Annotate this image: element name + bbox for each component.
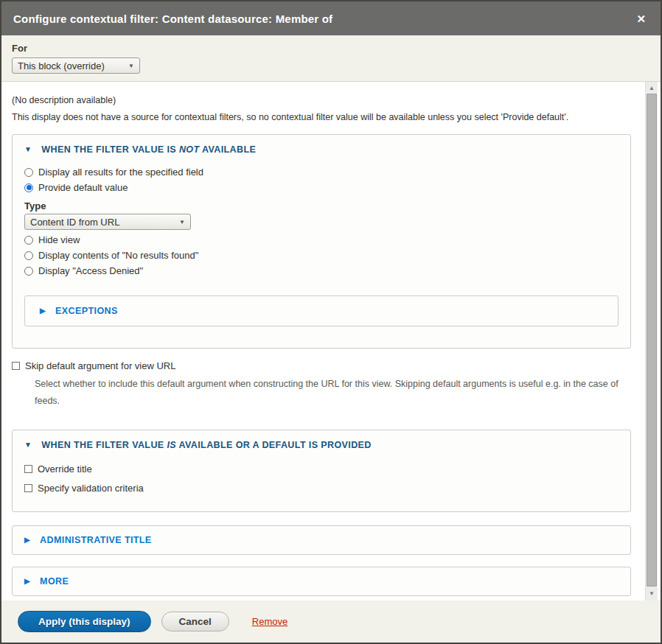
radio-display-no-results[interactable]: Display contents of "No results found" <box>24 250 619 261</box>
checkbox-skip-default-argument[interactable]: Skip default argument for view URL <box>12 360 631 371</box>
collapsed-triangle-icon: ▶ <box>40 307 46 315</box>
no-description-text: (No description available) <box>12 95 631 105</box>
section-available-toggle[interactable]: ▼ WHEN THE FILTER VALUE IS AVAILABLE OR … <box>24 440 619 450</box>
dialog-footer: Apply (this display) Cancel Remove <box>1 601 661 643</box>
dropdown-arrow-icon: ▼ <box>128 63 134 69</box>
section-administrative-title-toggle[interactable]: ▶ ADMINISTRATIVE TITLE <box>24 535 619 545</box>
checkbox-icon[interactable] <box>12 362 20 370</box>
expanded-triangle-icon: ▼ <box>24 441 32 449</box>
close-icon[interactable]: ✕ <box>636 13 646 24</box>
display-source-note: This display does not have a source for … <box>12 112 631 122</box>
section-title: WHEN THE FILTER VALUE IS AVAILABLE OR A … <box>41 440 371 450</box>
checkbox-icon[interactable] <box>24 465 32 473</box>
radio-button-icon[interactable] <box>24 267 33 276</box>
dialog-titlebar: Configure contextual filter: Content dat… <box>1 1 661 35</box>
collapsed-triangle-icon: ▶ <box>24 536 30 544</box>
for-select-value: This block (override) <box>18 60 105 71</box>
for-section: For This block (override) ▼ <box>1 35 661 82</box>
radio-button-icon[interactable] <box>24 251 33 260</box>
section-exceptions-toggle[interactable]: ▶ EXCEPTIONS <box>40 306 603 316</box>
section-title: ADMINISTRATIVE TITLE <box>40 535 152 545</box>
dropdown-arrow-icon: ▼ <box>179 219 185 225</box>
scroll-down-icon[interactable]: ▼ <box>646 587 658 599</box>
type-label: Type <box>24 200 619 211</box>
dialog-body: (No description available) This display … <box>1 82 661 601</box>
scroll-up-icon[interactable]: ▲ <box>646 82 658 94</box>
section-administrative-title: ▶ ADMINISTRATIVE TITLE <box>12 525 631 555</box>
section-more: ▶ MORE <box>12 567 631 596</box>
collapsed-triangle-icon: ▶ <box>24 578 30 585</box>
section-not-available-toggle[interactable]: ▼ WHEN THE FILTER VALUE IS NOT AVAILABLE <box>24 144 619 155</box>
checkbox-icon[interactable] <box>24 484 32 492</box>
radio-button-icon[interactable] <box>24 236 33 245</box>
section-title: EXCEPTIONS <box>55 306 118 316</box>
for-select[interactable]: This block (override) ▼ <box>12 57 140 74</box>
section-more-toggle[interactable]: ▶ MORE <box>24 576 619 587</box>
radio-provide-default-value[interactable]: Provide default value <box>24 182 619 193</box>
radio-button-icon[interactable] <box>24 168 33 177</box>
radio-display-all-results[interactable]: Display all results for the specified fi… <box>24 167 619 178</box>
type-select[interactable]: Content ID from URL ▼ <box>24 214 191 230</box>
apply-button[interactable]: Apply (this display) <box>18 611 151 632</box>
radio-display-access-denied[interactable]: Display "Access Denied" <box>24 265 619 276</box>
checkbox-specify-validation[interactable]: Specify validation criteria <box>24 483 619 494</box>
checkbox-override-title[interactable]: Override title <box>24 463 619 475</box>
section-not-available: ▼ WHEN THE FILTER VALUE IS NOT AVAILABLE… <box>12 134 631 349</box>
section-title: WHEN THE FILTER VALUE IS NOT AVAILABLE <box>41 144 256 155</box>
cancel-button[interactable]: Cancel <box>161 612 229 631</box>
remove-link[interactable]: Remove <box>252 616 288 627</box>
expanded-triangle-icon: ▼ <box>24 146 32 153</box>
section-exceptions: ▶ EXCEPTIONS <box>24 295 619 326</box>
radio-hide-view[interactable]: Hide view <box>24 234 619 245</box>
dialog-title: Configure contextual filter: Content dat… <box>13 13 636 25</box>
type-select-value: Content ID from URL <box>30 217 119 228</box>
skip-default-description: Select whether to include this default a… <box>35 376 621 409</box>
for-label: For <box>12 43 650 54</box>
section-title: MORE <box>40 576 69 587</box>
radio-button-checked-icon[interactable] <box>24 183 33 192</box>
scrollbar-thumb[interactable] <box>647 94 657 587</box>
dialog-content: (No description available) This display … <box>1 82 661 601</box>
contextual-filter-dialog: Configure contextual filter: Content dat… <box>0 0 662 644</box>
section-available: ▼ WHEN THE FILTER VALUE IS AVAILABLE OR … <box>12 430 631 512</box>
vertical-scrollbar[interactable]: ▲ ▼ <box>645 82 658 601</box>
